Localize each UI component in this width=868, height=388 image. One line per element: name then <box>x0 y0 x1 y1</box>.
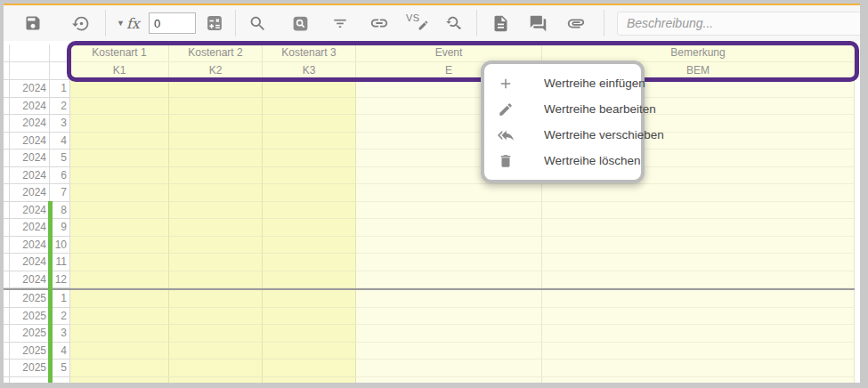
data-cell-k1[interactable] <box>70 80 169 98</box>
data-cell-k3[interactable] <box>263 219 356 237</box>
row-number-label[interactable]: 2 <box>50 308 70 326</box>
data-cell-k3[interactable] <box>263 80 356 98</box>
link-button[interactable] <box>368 12 391 35</box>
data-cell-e[interactable] <box>356 184 542 202</box>
data-cell-e[interactable] <box>356 360 542 377</box>
data-cell-k3[interactable] <box>263 377 356 384</box>
data-cell-k1[interactable] <box>70 325 169 343</box>
data-cell-k3[interactable] <box>263 115 356 133</box>
data-cell-k2[interactable] <box>169 115 263 133</box>
data-cell-k3[interactable] <box>263 308 356 326</box>
row-year-label[interactable]: 2024 <box>10 254 50 271</box>
row-year-label[interactable]: 2024 <box>10 184 50 202</box>
row-number-label[interactable]: 9 <box>50 219 70 237</box>
row-number-label[interactable]: 12 <box>50 271 70 289</box>
data-cell-e[interactable] <box>356 325 542 343</box>
row-number-label[interactable]: 2 <box>50 98 70 116</box>
data-cell-k2[interactable] <box>169 254 263 271</box>
column-code-header-k3[interactable]: K3 <box>263 62 356 80</box>
data-cell-k3[interactable] <box>263 202 356 220</box>
data-cell-k3[interactable] <box>263 254 356 271</box>
menu-item[interactable]: Wertreihe einfügen <box>484 70 641 96</box>
row-year-label[interactable]: 2025 <box>10 290 50 308</box>
data-cell-k2[interactable] <box>169 167 263 185</box>
data-cell-k2[interactable] <box>169 237 263 255</box>
menu-item[interactable]: Wertreihe löschen <box>484 148 641 174</box>
data-cell-k1[interactable] <box>70 343 169 360</box>
data-cell-k3[interactable] <box>263 360 356 377</box>
data-cell-k1[interactable] <box>70 360 169 377</box>
column-header-e[interactable]: Event <box>356 44 542 62</box>
data-cell-bem[interactable] <box>542 360 855 377</box>
data-cell-e[interactable] <box>356 219 542 237</box>
row-year-label[interactable]: 2024 <box>10 98 50 116</box>
row-year-label[interactable]: 2024 <box>10 237 50 255</box>
data-cell-bem[interactable] <box>542 254 855 271</box>
row-year-label[interactable]: 2025 <box>10 308 50 326</box>
menu-item[interactable]: Wertreihe bearbeiten <box>484 96 641 122</box>
data-cell-e[interactable] <box>356 308 542 326</box>
row-number-label[interactable]: 11 <box>50 254 70 271</box>
data-cell-k1[interactable] <box>70 133 169 150</box>
row-year-label[interactable]: 2024 <box>10 133 50 150</box>
data-cell-k2[interactable] <box>169 343 263 360</box>
row-year-label[interactable]: 2025 <box>10 360 50 377</box>
data-cell-e[interactable] <box>356 290 542 308</box>
row-year-label[interactable]: 2024 <box>10 219 50 237</box>
data-cell-e[interactable] <box>356 202 542 220</box>
data-cell-k3[interactable] <box>263 271 356 289</box>
column-code-header-k1[interactable]: K1 <box>70 62 169 80</box>
data-cell-k2[interactable] <box>169 377 263 384</box>
data-cell-k2[interactable] <box>169 290 263 308</box>
row-number-label[interactable]: 7 <box>50 184 70 202</box>
calculate-button[interactable] <box>203 12 226 35</box>
search-refresh-button[interactable] <box>442 12 466 35</box>
filter-button[interactable] <box>329 12 352 35</box>
data-cell-e[interactable] <box>356 271 542 289</box>
data-cell-bem[interactable] <box>542 290 855 308</box>
data-cell-k2[interactable] <box>169 271 263 289</box>
search-button[interactable] <box>247 12 270 35</box>
data-cell-bem[interactable] <box>542 325 855 343</box>
data-cell-k3[interactable] <box>263 133 356 150</box>
data-cell-e[interactable] <box>356 237 542 255</box>
data-cell-k2[interactable] <box>169 308 263 326</box>
row-year-label[interactable]: 2024 <box>10 167 50 185</box>
column-header-k1[interactable]: Kostenart 1 <box>70 44 169 62</box>
row-number-label[interactable] <box>50 377 70 384</box>
search-box-button[interactable] <box>289 12 312 35</box>
data-cell-k3[interactable] <box>263 167 356 185</box>
save-button[interactable] <box>21 12 45 35</box>
data-cell-bem[interactable] <box>542 219 855 237</box>
data-cell-e[interactable] <box>356 254 542 271</box>
data-cell-k1[interactable] <box>70 237 169 255</box>
data-cell-k2[interactable] <box>169 150 263 167</box>
column-header-bem[interactable]: Bemerkung <box>542 44 855 62</box>
data-cell-k2[interactable] <box>169 202 263 220</box>
data-cell-k1[interactable] <box>70 219 169 237</box>
value-input[interactable] <box>149 12 196 34</box>
data-cell-k3[interactable] <box>263 325 356 343</box>
row-year-label[interactable]: 2024 <box>10 115 50 133</box>
row-number-label[interactable]: 4 <box>50 133 70 150</box>
data-cell-k2[interactable] <box>169 360 263 377</box>
document-button[interactable] <box>490 12 513 35</box>
data-cell-k3[interactable] <box>263 290 356 308</box>
row-number-label[interactable]: 3 <box>50 325 70 343</box>
data-cell-bem[interactable] <box>542 184 855 202</box>
row-year-label[interactable]: 2024 <box>10 150 50 167</box>
row-number-label[interactable]: 1 <box>50 290 70 308</box>
row-year-label[interactable]: 2024 <box>10 80 50 98</box>
data-cell-k1[interactable] <box>70 150 169 167</box>
row-number-label[interactable]: 5 <box>50 150 70 167</box>
data-cell-k2[interactable] <box>169 80 263 98</box>
formula-dropdown[interactable]: ▼ fx <box>117 15 140 32</box>
data-cell-k2[interactable] <box>169 98 263 116</box>
description-input[interactable] <box>617 12 860 36</box>
data-cell-e[interactable] <box>356 377 542 384</box>
data-cell-k1[interactable] <box>70 202 169 220</box>
row-year-label[interactable] <box>10 377 50 384</box>
data-cell-bem[interactable] <box>542 343 855 360</box>
data-cell-k2[interactable] <box>169 133 263 150</box>
data-cell-k2[interactable] <box>169 184 263 202</box>
